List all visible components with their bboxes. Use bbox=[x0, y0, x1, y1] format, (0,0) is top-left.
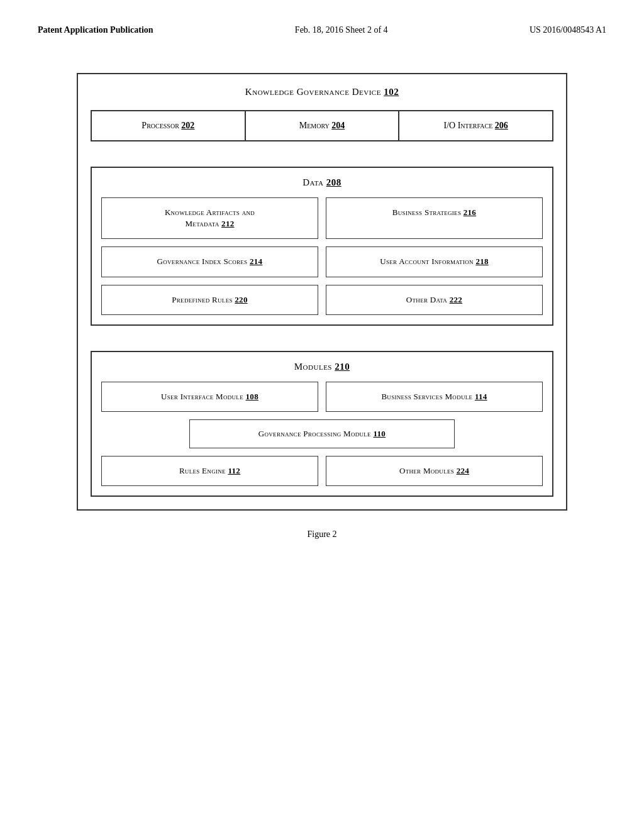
data-grid: Knowledge Artifacts andMetadata 212 Busi… bbox=[101, 197, 543, 315]
data-section: Data 208 Knowledge Artifacts andMetadata… bbox=[91, 167, 553, 326]
device-title: Knowledge Governance Device 102 bbox=[91, 87, 553, 97]
io-interface-box: I/O Interface 206 bbox=[399, 111, 553, 141]
header-right: US 2016/0048543 A1 bbox=[530, 25, 606, 35]
user-interface-module-box: User Interface Module 108 bbox=[101, 382, 318, 412]
business-services-module-box: Business Services Module 114 bbox=[326, 382, 543, 412]
modules-section: Modules 210 User Interface Module 108 Bu… bbox=[91, 351, 553, 497]
business-strategies-box: Business Strategies 216 bbox=[326, 197, 543, 239]
governance-index-scores-box: Governance Index Scores 214 bbox=[101, 246, 318, 277]
processor-box: Processor 202 bbox=[91, 111, 245, 141]
rules-engine-box: Rules Engine 112 bbox=[101, 456, 318, 486]
header-center: Feb. 18, 2016 Sheet 2 of 4 bbox=[295, 25, 388, 35]
modules-section-title: Modules 210 bbox=[101, 362, 543, 372]
knowledge-artifacts-box: Knowledge Artifacts andMetadata 212 bbox=[101, 197, 318, 239]
governance-processing-module-box: Governance Processing Module 110 bbox=[189, 419, 454, 448]
main-diagram: Knowledge Governance Device 102 Processo… bbox=[77, 73, 567, 511]
figure-caption: Figure 2 bbox=[38, 529, 606, 540]
data-section-title: Data 208 bbox=[101, 177, 543, 188]
page-header: Patent Application Publication Feb. 18, … bbox=[38, 25, 606, 35]
top-boxes-container: Processor 202 Memory 204 I/O Interface 2… bbox=[91, 110, 553, 141]
other-modules-box: Other Modules 224 bbox=[326, 456, 543, 486]
page: Patent Application Publication Feb. 18, … bbox=[0, 0, 644, 830]
modules-grid: User Interface Module 108 Business Servi… bbox=[101, 382, 543, 486]
predefined-rules-box: Predefined Rules 220 bbox=[101, 285, 318, 315]
memory-box: Memory 204 bbox=[245, 111, 399, 141]
other-data-box: Other Data 222 bbox=[326, 285, 543, 315]
header-left: Patent Application Publication bbox=[38, 25, 153, 35]
user-account-information-box: User Account Information 218 bbox=[326, 246, 543, 277]
